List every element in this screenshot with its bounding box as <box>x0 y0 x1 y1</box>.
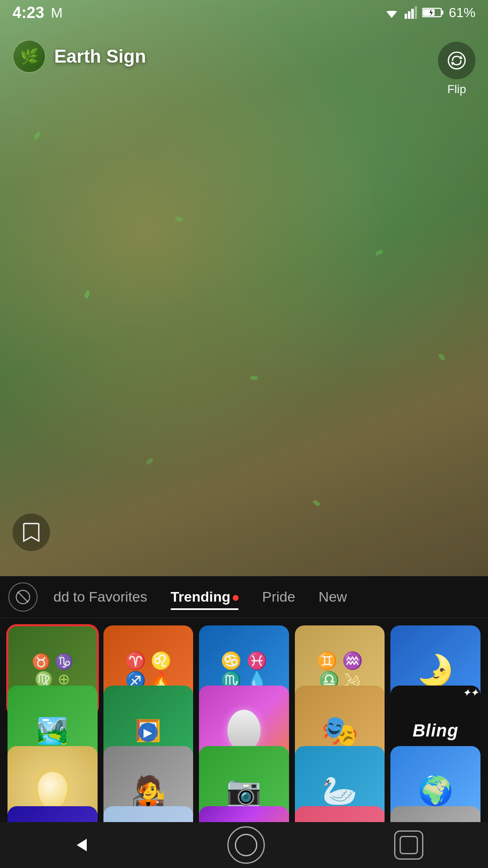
status-right: 61% <box>384 5 475 20</box>
tab-new[interactable]: New <box>307 585 359 609</box>
flip-button[interactable]: Flip <box>438 42 475 96</box>
recent-square-icon <box>400 836 418 854</box>
bookmark-button[interactable] <box>13 514 50 551</box>
trending-dot <box>233 595 239 601</box>
filter-name: Earth Sign <box>54 46 146 67</box>
svg-rect-3 <box>408 11 410 19</box>
flip-icon <box>438 42 475 79</box>
status-bar: 4:23 M 61% <box>0 0 488 25</box>
svg-rect-4 <box>411 9 414 19</box>
svg-line-14 <box>18 592 28 602</box>
home-button[interactable] <box>227 826 265 864</box>
battery-percent: 61% <box>449 5 475 20</box>
bookmark-icon <box>22 522 40 543</box>
category-tabs: dd to Favorites Trending Pride New <box>0 576 488 618</box>
no-circle-icon <box>15 589 31 605</box>
svg-rect-5 <box>415 6 417 19</box>
status-left: 4:23 M <box>13 4 63 22</box>
svg-rect-7 <box>441 10 443 15</box>
tab-trending[interactable]: Trending <box>159 585 251 609</box>
recent-apps-button[interactable] <box>394 830 423 860</box>
home-circle-icon <box>235 834 257 856</box>
svg-rect-8 <box>423 9 435 16</box>
camera-flip-icon <box>446 50 468 71</box>
battery-icon <box>422 7 444 18</box>
navigation-bar <box>0 822 488 868</box>
filter-label: 🌿 Earth Sign <box>13 40 146 73</box>
clock: 4:23 <box>13 4 44 22</box>
svg-point-10 <box>448 52 465 69</box>
bling-stars: ✦✦ <box>463 688 478 698</box>
filter-icon: 🌿 <box>13 40 46 73</box>
wifi-icon <box>384 6 400 19</box>
camera-background <box>0 0 488 576</box>
back-arrow-icon <box>71 835 92 855</box>
tab-pride[interactable]: Pride <box>250 585 307 609</box>
tab-add-favorites[interactable]: dd to Favorites <box>42 585 159 609</box>
signal-icon <box>405 6 417 19</box>
camera-viewfinder: 4:23 M 61% <box>0 0 488 576</box>
gmail-icon: M <box>51 5 63 21</box>
back-button[interactable] <box>65 828 98 862</box>
svg-marker-15 <box>77 839 87 851</box>
no-filter-button[interactable] <box>8 582 38 612</box>
flip-label: Flip <box>447 83 466 96</box>
svg-rect-2 <box>405 14 407 19</box>
